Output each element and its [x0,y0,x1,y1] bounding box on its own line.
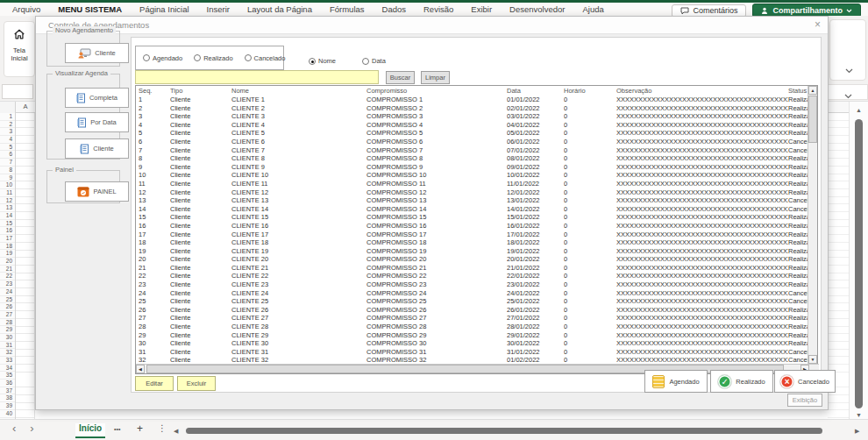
row-header-37[interactable]: 37 [0,387,15,395]
table-row[interactable]: 16ClienteCLIENTE 16COMPROMISSO 1616/01/2… [136,222,809,231]
ribbon-tab-menu-sistema[interactable]: MENU SISTEMA [58,4,122,14]
ribbon-tab-fórmulas[interactable]: Fórmulas [330,4,365,14]
painel-button[interactable]: PAINEL [65,181,129,202]
ribbon-tab-layout-da-página[interactable]: Layout da Página [247,4,312,14]
row-header-6[interactable]: 6 [0,151,15,159]
table-row[interactable]: 25ClienteCLIENTE 25COMPROMISSO 2525/01/2… [136,297,809,306]
table-row[interactable]: 15ClienteCLIENTE 15COMPROMISSO 1515/01/2… [136,213,809,222]
radio-data[interactable]: Data [362,57,386,65]
row-header-4[interactable]: 4 [0,136,15,144]
scroll-right-icon[interactable]: ▶ [855,428,859,435]
row-header-14[interactable]: 14 [0,212,15,220]
table-row[interactable]: 9ClienteCLIENTE 9COMPROMISSO 909/01/2022… [136,163,809,172]
list-scroll-down-icon[interactable]: ▼ [808,355,817,364]
agenda-completa-button[interactable]: Completa [65,88,129,108]
row-header-19[interactable]: 19 [0,250,15,258]
editar-button[interactable]: Editar [135,376,174,391]
row-header-7[interactable]: 7 [0,159,15,167]
table-row[interactable]: 7ClienteCLIENTE 7COMPROMISSO 707/01/2022… [136,146,809,155]
ribbon-tab-revisão[interactable]: Revisão [423,4,453,14]
row-header-24[interactable]: 24 [0,288,15,296]
list-scroll-up-icon[interactable]: ▲ [808,86,817,95]
row-header-40[interactable]: 40 [0,410,15,418]
row-header-16[interactable]: 16 [0,227,15,235]
row-header-3[interactable]: 3 [0,128,15,136]
row-header-36[interactable]: 36 [0,380,15,387]
table-row[interactable]: 22ClienteCLIENTE 22COMPROMISSO 2222/01/2… [136,272,809,280]
row-header-21[interactable]: 21 [0,266,15,273]
table-row[interactable]: 29ClienteCLIENTE 29COMPROMISSO 2929/01/2… [136,331,809,340]
row-header-12[interactable]: 12 [0,197,15,205]
row-header-30[interactable]: 30 [0,334,15,342]
row-header-17[interactable]: 17 [0,235,15,243]
list-vertical-scrollbar[interactable]: ▲ ▼ [808,86,817,364]
row-header-13[interactable]: 13 [0,204,15,212]
ribbon-tab-dados[interactable]: Dados [382,4,406,14]
column-a-cells[interactable] [16,113,35,419]
buscar-button[interactable]: Buscar [386,71,415,84]
table-row[interactable]: 24ClienteCLIENTE 24COMPROMISSO 2424/01/2… [136,289,809,298]
table-row[interactable]: 10ClienteCLIENTE 10COMPROMISSO 1010/01/2… [136,171,809,180]
legend-cancelado-button[interactable]: × Cancelado [774,370,836,393]
row-header-39[interactable]: 39 [0,402,15,410]
row-header-2[interactable]: 2 [0,121,15,129]
list-scroll-left-icon[interactable]: ◀ [136,365,145,373]
table-row[interactable]: 12ClienteCLIENTE 12COMPROMISSO 1212/01/2… [136,188,809,197]
table-row[interactable]: 8ClienteCLIENTE 8COMPROMISSO 808/01/2022… [136,154,809,163]
table-row[interactable]: 19ClienteCLIENTE 19COMPROMISSO 1919/01/2… [136,247,809,256]
table-row[interactable]: 14ClienteCLIENTE 14COMPROMISSO 1414/01/2… [136,205,809,214]
table-row[interactable]: 1ClienteCLIENTE 1COMPROMISSO 101/01/2022… [136,96,809,104]
table-row[interactable]: 4ClienteCLIENTE 4COMPROMISSO 404/01/2022… [136,121,809,130]
row-header-33[interactable]: 33 [0,357,15,365]
table-row[interactable]: 5ClienteCLIENTE 5COMPROMISSO 505/01/2022… [136,129,809,138]
sheet-prev-icon[interactable]: ‹ [12,422,30,435]
row-header-23[interactable]: 23 [0,280,15,288]
scroll-left-icon[interactable]: ◀ [174,428,178,435]
ribbon-tab-exibir[interactable]: Exibir [471,4,492,14]
radio-agendado[interactable]: Agendado [143,54,182,62]
vertical-scroll-thumb[interactable] [855,119,863,408]
ribbon-tab-ajuda[interactable]: Ajuda [582,4,603,14]
legend-realizado-button[interactable]: ✓ Realizado [710,370,773,393]
table-row[interactable]: 26ClienteCLIENTE 26COMPROMISSO 2626/01/2… [136,306,809,315]
row-header-15[interactable]: 15 [0,220,15,228]
excel-vertical-scrollbar[interactable]: ▲ ▼ [849,102,868,419]
sheet-nav-arrows[interactable]: ‹› [12,422,48,435]
row-header-5[interactable]: 5 [0,144,15,152]
list-vscroll-thumb[interactable] [808,96,817,143]
radio-cancelado[interactable]: Cancelado [245,54,286,62]
row-header-29[interactable]: 29 [0,326,15,334]
sheet-next-icon[interactable]: › [30,422,47,435]
row-header-1[interactable]: 1 [0,113,15,121]
table-row[interactable]: 2ClienteCLIENTE 2COMPROMISSO 202/01/2022… [136,104,809,113]
legend-agendado-button[interactable]: Agendado [644,370,708,393]
agenda-cliente-button[interactable]: Cliente [65,138,129,159]
ribbon-tab-desenvolvedor[interactable]: Desenvolvedor [509,4,565,14]
excluir-button[interactable]: Excluir [177,376,216,391]
row-header-18[interactable]: 18 [0,243,15,251]
horizontal-scroll-thumb[interactable] [186,428,822,434]
row-header-27[interactable]: 27 [0,311,15,319]
radio-nome[interactable]: Nome [309,57,336,65]
scroll-up-icon[interactable]: ▲ [856,107,862,114]
add-sheet-icon[interactable]: + [137,422,143,435]
table-row[interactable]: 18ClienteCLIENTE 18COMPROMISSO 1818/01/2… [136,238,809,247]
table-row[interactable]: 21ClienteCLIENTE 21COMPROMISSO 2121/01/2… [136,264,809,273]
radio-realizado[interactable]: Realizado [194,54,232,62]
limpar-button[interactable]: Limpar [421,71,450,84]
table-row[interactable]: 27ClienteCLIENTE 27COMPROMISSO 2727/01/2… [136,314,809,323]
ribbon-tab-página-inicial[interactable]: Página Inicial [139,4,189,14]
table-row[interactable]: 6ClienteCLIENTE 6COMPROMISSO 606/01/2022… [136,138,809,146]
column-header-a[interactable]: A [16,103,35,110]
agenda-por-data-button[interactable]: Por Data [65,112,129,132]
row-header-31[interactable]: 31 [0,342,15,350]
scroll-down-icon[interactable]: ▼ [856,412,862,419]
table-row[interactable]: 17ClienteCLIENTE 17COMPROMISSO 1717/01/2… [136,231,809,239]
table-row[interactable]: 31ClienteCLIENTE 31COMPROMISSO 3131/01/2… [136,348,809,357]
row-header-10[interactable]: 10 [0,181,15,189]
row-header-25[interactable]: 25 [0,296,15,304]
sheet-menu-icon[interactable]: ⋮ [158,423,167,433]
table-row[interactable]: 28ClienteCLIENTE 28COMPROMISSO 2828/01/2… [136,323,809,331]
ribbon-tab-arquivo[interactable]: Arquivo [12,4,40,14]
row-header-22[interactable]: 22 [0,273,15,280]
